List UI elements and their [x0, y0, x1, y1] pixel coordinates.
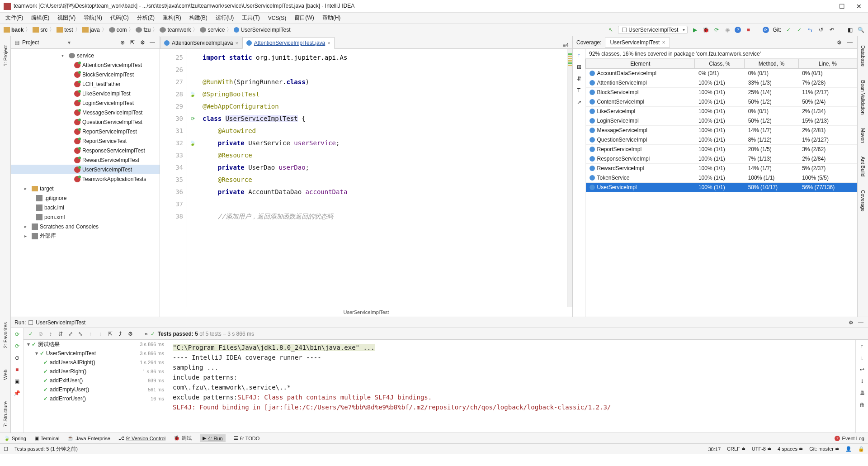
gear-icon[interactable]: ⚙ — [835, 39, 843, 46]
show-ignored-icon[interactable]: ⊘ — [37, 330, 44, 338]
breadcrumb-item[interactable]: service — [200, 27, 225, 33]
editor-tab[interactable]: AttentionServiceImpl.java × — [160, 37, 242, 48]
run-button[interactable]: ▶ — [691, 26, 698, 33]
coverage-tab[interactable]: UserServiceImplTest × — [605, 38, 670, 48]
menu-vcs[interactable]: VCS(S) — [266, 14, 288, 22]
update-button[interactable]: ⟳ — [763, 27, 769, 33]
status-icon[interactable]: ☐ — [4, 446, 8, 452]
settings-icon[interactable]: ⚙ — [127, 330, 134, 338]
hammer-icon[interactable]: ↖ — [607, 26, 614, 33]
expander-icon[interactable]: ▸ — [24, 186, 30, 191]
sort-icon[interactable]: ↕ — [47, 330, 54, 338]
code-content[interactable]: import static org.junit.jupiter.api.As @… — [198, 49, 567, 307]
hide-icon[interactable]: — — [857, 319, 864, 326]
gear-icon[interactable]: ⚙ — [847, 319, 854, 326]
project-dropdown-icon[interactable]: ▾ — [68, 39, 71, 46]
collapse-icon[interactable]: ⤡ — [77, 330, 84, 338]
tree-item[interactable]: pom.xml — [11, 212, 160, 222]
column-header[interactable]: Class, % — [695, 59, 745, 69]
tree-item[interactable]: LikeServiceImplTest — [11, 89, 160, 98]
git-compare-icon[interactable]: ⇆ — [807, 26, 814, 33]
coverage-row[interactable]: BlockServiceImpl100% (1/1)25% (1/4)11% (… — [586, 88, 857, 97]
rail-structure[interactable]: 7: Structure — [3, 401, 8, 427]
expand-icon[interactable]: ⤢ — [67, 330, 74, 338]
show-passed-icon[interactable]: ✓ — [27, 330, 34, 338]
filter-icon[interactable]: ⇵ — [576, 75, 583, 82]
cursor-position[interactable]: 30:17 — [708, 447, 721, 452]
breadcrumb-item[interactable]: java — [82, 27, 100, 33]
breadcrumb-item[interactable]: test — [57, 27, 73, 33]
menu-build[interactable]: 构建(B) — [188, 13, 209, 23]
breadcrumb-item[interactable]: back — [4, 27, 24, 33]
coverage-row[interactable]: ReportServiceImpl100% (1/1)20% (1/5)3% (… — [586, 145, 857, 154]
test-row[interactable]: ▾✓测试结果3 s 866 ms — [24, 340, 168, 349]
tab-todo[interactable]: ☰ 6: TODO — [234, 435, 260, 441]
rail-web[interactable]: Web — [3, 370, 8, 380]
inspections-icon[interactable]: 👤 — [845, 446, 852, 452]
expander-icon[interactable]: ▸ — [24, 224, 30, 229]
rail-project[interactable]: 1: Project — [3, 45, 8, 66]
export-icon[interactable]: T — [576, 87, 583, 94]
hide-icon[interactable]: — — [846, 39, 854, 46]
toggle-auto-icon[interactable]: ⊙ — [14, 354, 21, 361]
minimize-button[interactable]: — — [819, 3, 830, 10]
tree-item[interactable]: LoginServiceImplTest — [11, 98, 160, 108]
test-row[interactable]: ✓addExitUser()939 ms — [24, 376, 168, 385]
test-row[interactable]: ✓addErrorUser()16 ms — [24, 394, 168, 403]
project-tree[interactable]: ▾serviceAttentionServiceImplTestBlockSer… — [11, 49, 160, 317]
tree-item[interactable]: ▸外部库 — [11, 231, 160, 241]
tree-item[interactable]: UserServiceImplTest — [11, 165, 160, 174]
rerun-icon[interactable]: ⟳ — [14, 331, 21, 338]
next-icon[interactable]: ↓ — [97, 330, 104, 338]
flatten-icon[interactable]: ⊞ — [576, 63, 583, 71]
breadcrumb-item[interactable]: UserServiceImplTest — [234, 27, 290, 33]
menu-edit[interactable]: 编辑(E) — [29, 13, 51, 23]
editor-tab[interactable]: AttentionServiceImplTest.java × — [242, 37, 335, 49]
import-icon[interactable]: ⤴ — [117, 330, 124, 338]
up-icon[interactable]: ↑ — [576, 52, 583, 59]
profile-button[interactable]: ◉ — [724, 26, 731, 33]
run-config-select[interactable]: UserServiceImplTest — [618, 26, 688, 34]
collapse-icon[interactable]: ⇱ — [129, 39, 136, 46]
project-panel-title[interactable]: Project — [22, 39, 65, 46]
tab-run[interactable]: ▶ 4: Run — [200, 434, 225, 442]
git-branch[interactable]: Git: master ≑ — [809, 446, 839, 452]
dock-icon[interactable]: ▣ — [14, 378, 21, 385]
test-row[interactable]: ✓addEmptyUser()561 ms — [24, 385, 168, 394]
git-commit-icon[interactable]: ✓ — [796, 26, 803, 33]
maximize-button[interactable]: ☐ — [836, 3, 847, 10]
scroll-end-icon[interactable]: ⤓ — [859, 378, 866, 385]
up-arrow-icon[interactable]: ↑ — [859, 342, 866, 350]
close-button[interactable]: ✕ — [854, 3, 864, 10]
run-line-icon[interactable]: 🍃 — [189, 137, 196, 149]
menu-analyze[interactable]: 分析(Z) — [135, 13, 156, 23]
lock-icon[interactable]: 🔒 — [858, 446, 864, 452]
column-header[interactable]: Element — [586, 59, 695, 69]
pin-icon[interactable]: 📌 — [14, 390, 21, 397]
marker-strip[interactable] — [567, 49, 572, 307]
coverage-row[interactable]: RewardServiceImpl100% (1/1)14% (1/7)5% (… — [586, 164, 857, 173]
test-row[interactable]: ▾✓UserServiceImplTest3 s 866 ms — [24, 349, 168, 358]
coverage-row[interactable]: LoginServiceImpl100% (1/1)50% (1/2)15% (… — [586, 116, 857, 126]
run-line-icon[interactable]: ⟳ — [191, 113, 195, 125]
tree-item[interactable]: ResponseServiceImplTest — [11, 146, 160, 155]
hide-icon[interactable]: — — [149, 39, 156, 46]
rail-coverage[interactable]: Coverage — [860, 190, 866, 212]
menu-run[interactable]: 运行(U) — [214, 13, 236, 23]
tree-item[interactable]: LCH_testFather — [11, 79, 160, 89]
menu-view[interactable]: 视图(V) — [56, 13, 77, 23]
tree-item[interactable]: back.iml — [11, 203, 160, 212]
tab-java-enterprise[interactable]: ☕ Java Enterprise — [67, 435, 110, 441]
tab-terminal[interactable]: ▣ Terminal — [34, 435, 60, 441]
coverage-row[interactable]: AccountDataServiceImpl0% (0/1)0% (0/1)0%… — [586, 69, 857, 78]
test-row[interactable]: ✓addUsersAllRight()1 s 264 ms — [24, 358, 168, 367]
menu-tools[interactable]: 工具(T) — [240, 13, 261, 23]
tab-close-icon[interactable]: × — [235, 40, 238, 46]
debug-button[interactable]: 🐞 — [702, 26, 709, 33]
menu-window[interactable]: 窗口(W) — [292, 13, 316, 23]
breadcrumb-item[interactable]: teamwork — [160, 27, 191, 33]
menu-file[interactable]: 文件(F) — [4, 13, 25, 23]
tab-close-icon[interactable]: × — [662, 39, 665, 46]
console-output[interactable]: "C:\Program Files\Java\jdk1.8.0_241\bin\… — [168, 340, 855, 433]
menu-help[interactable]: 帮助(H) — [321, 13, 343, 23]
